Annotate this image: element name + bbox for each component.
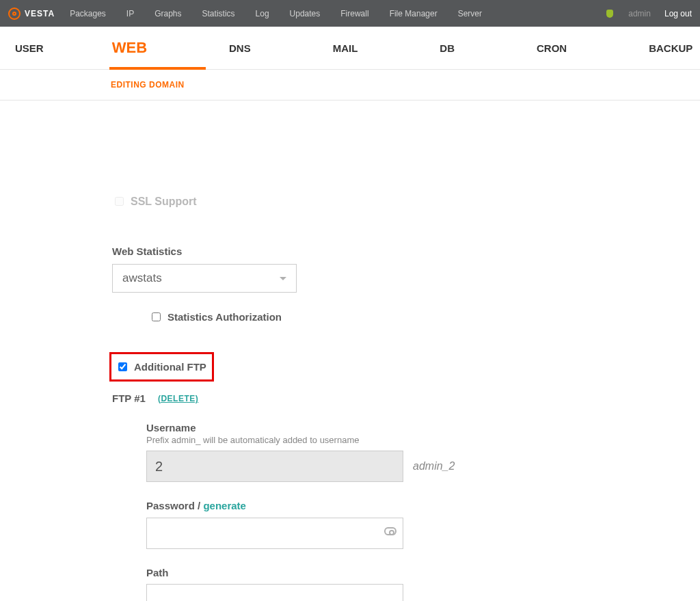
ftp1-title: FTP #1	[112, 392, 146, 404]
ftp1-username-input[interactable]	[146, 451, 403, 482]
ftp1-username-label: Username	[146, 422, 602, 433]
brand-logo[interactable]: VESTA	[8, 8, 55, 20]
topnav-updates[interactable]: Updates	[290, 9, 321, 18]
topnav-log[interactable]: Log	[256, 9, 269, 18]
tab-dns[interactable]: DNS	[229, 42, 251, 54]
tab-mail[interactable]: MAIL	[333, 42, 358, 54]
brand-text: VESTA	[25, 9, 55, 18]
ftp1-path-label: Path	[146, 567, 602, 578]
ftp1-password-input[interactable]	[146, 518, 403, 549]
topnav-server[interactable]: Server	[458, 9, 482, 18]
topnav-graphs[interactable]: Graphs	[154, 9, 181, 18]
top-right: admin Log out	[606, 9, 692, 18]
sub-row: EDITING DOMAIN	[0, 70, 700, 101]
topnav-ip[interactable]: IP	[126, 9, 134, 18]
ftp1-username-block: Username Prefix admin_ will be automatic…	[146, 422, 602, 482]
stats-auth-row: Statistics Authorization	[112, 310, 602, 323]
topnav-packages[interactable]: Packages	[70, 9, 106, 18]
additional-ftp-highlight: Additional FTP	[109, 352, 214, 382]
ftp1-password-sep: /	[195, 500, 204, 511]
ftp1-header: FTP #1 (DELETE)	[112, 392, 602, 404]
main-tabs: USER WEB DNS MAIL DB CRON BACKUP	[0, 27, 700, 70]
current-user-link[interactable]: admin	[628, 9, 651, 18]
webstats-value: awstats	[122, 271, 162, 285]
logout-link[interactable]: Log out	[664, 9, 692, 18]
active-tab-underline	[109, 67, 206, 70]
additional-ftp-checkbox[interactable]	[118, 362, 127, 371]
topnav-filemanager[interactable]: File Manager	[390, 9, 438, 18]
logo-icon	[8, 8, 21, 20]
tab-cron[interactable]: CRON	[537, 42, 567, 54]
stats-auth-checkbox[interactable]	[152, 312, 161, 321]
tab-db[interactable]: DB	[440, 42, 455, 54]
tab-backup[interactable]: BACKUP	[649, 42, 692, 54]
tab-web[interactable]: WEB	[112, 39, 147, 57]
eye-icon[interactable]	[384, 527, 396, 535]
webstats-label: Web Statistics	[112, 245, 602, 257]
ftp1-path-block: Path /home/admin/web/demo.vestacp.com	[146, 567, 602, 601]
ssl-support-checkbox[interactable]	[115, 197, 124, 206]
ftp1-password-generate[interactable]: generate	[203, 500, 246, 511]
ftp1-password-block: Password / generate	[146, 500, 602, 549]
notification-bell-icon[interactable]	[606, 10, 613, 18]
topnav-statistics[interactable]: Statistics	[202, 9, 235, 18]
topnav-firewall[interactable]: Firewall	[340, 9, 368, 18]
content: SSL Support Web Statistics awstats Stati…	[0, 256, 602, 601]
sub-row-title: EDITING DOMAIN	[111, 80, 185, 90]
ftp1-password-label: Password	[146, 500, 195, 511]
additional-ftp-label: Additional FTP	[134, 361, 206, 373]
ftp1-delete-link[interactable]: (DELETE)	[158, 394, 198, 403]
tab-user[interactable]: USER	[15, 42, 44, 54]
ftp1-username-full: admin_2	[413, 460, 455, 472]
ssl-support-row: SSL Support	[112, 195, 602, 208]
stats-auth-label: Statistics Authorization	[167, 311, 282, 323]
ftp1-path-input[interactable]	[146, 584, 403, 601]
webstats-select[interactable]: awstats	[112, 264, 297, 293]
ssl-support-label: SSL Support	[131, 196, 197, 208]
chevron-down-icon	[280, 277, 286, 280]
top-nav: Packages IP Graphs Statistics Log Update…	[70, 9, 606, 18]
ftp1-username-hint: Prefix admin_ will be automaticaly added…	[146, 435, 602, 445]
top-bar: VESTA Packages IP Graphs Statistics Log …	[0, 0, 700, 27]
